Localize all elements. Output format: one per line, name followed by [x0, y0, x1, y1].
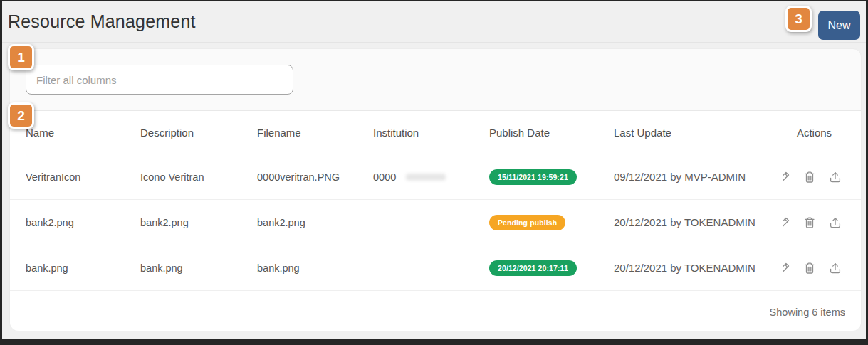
title-bar: Resource Management 3 New	[2, 1, 866, 43]
cell-actions	[783, 170, 845, 184]
cell-name: bank.png	[26, 262, 140, 274]
edit-pencil-icon[interactable]	[783, 216, 791, 230]
publish-upload-icon[interactable]	[828, 170, 842, 184]
cell-description: Icono Veritran	[140, 171, 257, 183]
edit-pencil-icon[interactable]	[783, 261, 791, 275]
new-button[interactable]: New	[818, 11, 860, 40]
cell-description: bank.png	[140, 262, 257, 274]
annotation-badge-3: 3	[785, 6, 812, 32]
column-header-last-update: Last Update	[614, 127, 783, 139]
annotation-badge-2: 2	[8, 102, 34, 129]
delete-trash-icon[interactable]	[802, 170, 817, 184]
content-card: Name Description Filename Institution Pu…	[9, 48, 862, 331]
cell-actions	[783, 216, 845, 230]
cell-last-update: 20/12/2021 by TOKENADMIN	[614, 262, 783, 274]
cell-institution: 0000	[373, 171, 489, 183]
page-title: Resource Management	[8, 11, 196, 32]
table-header-row: Name Description Filename Institution Pu…	[10, 111, 861, 154]
column-header-description: Description	[140, 127, 257, 139]
cell-filename: bank2.png	[257, 217, 373, 228]
filter-input[interactable]	[26, 65, 293, 95]
delete-trash-icon[interactable]	[802, 261, 817, 275]
table-row: VeritranIcon Icono Veritran 0000veritran…	[10, 154, 861, 200]
cell-name: bank2.png	[26, 217, 140, 228]
cell-publish-date: 20/12/2021 20:17:11	[489, 260, 614, 276]
cell-actions	[783, 261, 845, 275]
column-header-actions: Actions	[783, 127, 845, 139]
cell-filename: bank.png	[257, 262, 373, 274]
publish-status-badge: 20/12/2021 20:17:11	[489, 260, 577, 276]
cell-filename: 0000veritran.PNG	[257, 171, 373, 183]
title-bar-actions: 3 New	[785, 4, 860, 40]
annotation-badge-1: 1	[8, 44, 34, 70]
table-row: bank2.png bank2.png bank2.png Pending pu…	[10, 200, 861, 245]
publish-upload-icon[interactable]	[828, 261, 842, 275]
column-header-name: Name	[26, 127, 140, 139]
cell-description: bank2.png	[140, 217, 257, 228]
filter-section	[10, 49, 861, 110]
cell-publish-date: 15/11/2021 19:59:21	[489, 169, 614, 185]
items-count-label: Showing 6 items	[770, 307, 845, 318]
resource-table: Name Description Filename Institution Pu…	[10, 110, 861, 331]
column-header-institution: Institution	[373, 127, 489, 139]
cell-publish-date: Pending publish	[489, 215, 614, 230]
table-footer: Showing 6 items	[10, 291, 861, 331]
redacted-text	[406, 174, 446, 181]
app-window: Resource Management 3 New 1 2 Name Descr…	[0, 0, 868, 345]
column-header-publish-date: Publish Date	[489, 127, 614, 139]
cell-name: VeritranIcon	[26, 171, 140, 183]
publish-status-badge: Pending publish	[489, 215, 565, 230]
table-row: bank.png bank.png bank.png 20/12/2021 20…	[10, 245, 861, 291]
cell-last-update: 20/12/2021 by TOKENADMIN	[614, 216, 783, 228]
publish-status-badge: 15/11/2021 19:59:21	[489, 169, 577, 185]
column-header-filename: Filename	[257, 127, 373, 139]
cell-last-update: 09/12/2021 by MVP-ADMIN	[614, 171, 783, 183]
delete-trash-icon[interactable]	[802, 216, 817, 230]
edit-pencil-icon[interactable]	[783, 170, 791, 184]
publish-upload-icon[interactable]	[828, 216, 842, 230]
institution-value: 0000	[373, 171, 396, 183]
